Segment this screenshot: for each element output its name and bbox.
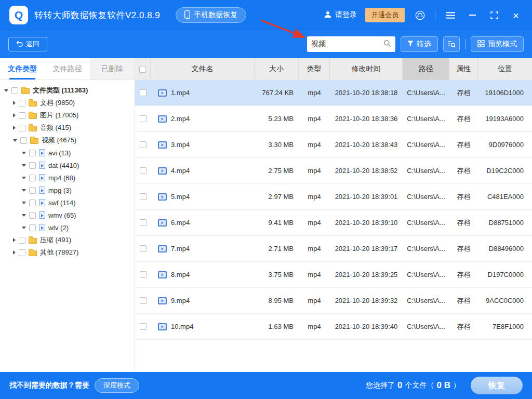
- close-button[interactable]: ×: [509, 8, 523, 22]
- row-checkbox[interactable]: [140, 167, 147, 174]
- tree-checkbox[interactable]: [19, 249, 25, 256]
- app-title: 转转大师数据恢复软件V2.0.8.9: [34, 9, 160, 21]
- row-checkbox[interactable]: [140, 271, 147, 278]
- tree-expand-arrow[interactable]: [22, 214, 26, 217]
- row-checkbox[interactable]: [140, 219, 147, 226]
- tree-checkbox[interactable]: [19, 100, 25, 107]
- column-header-size[interactable]: 大小: [255, 58, 299, 80]
- tree-checkbox[interactable]: [29, 212, 36, 219]
- back-button[interactable]: 返回: [8, 37, 47, 51]
- search-in-results-button[interactable]: [443, 36, 460, 52]
- tree-item-label: 文档 (9850): [40, 98, 75, 108]
- table-row[interactable]: 3.mp4 3.30 MB mp4 2021-10-20 18:38:43 C:…: [135, 132, 532, 158]
- tree-item[interactable]: 视频 (4675): [0, 134, 135, 147]
- file-type-icon: [39, 211, 45, 219]
- tab-file-path[interactable]: 文件路径: [45, 58, 89, 79]
- tree-item[interactable]: 压缩 (491): [0, 234, 135, 246]
- tree-item[interactable]: dat (4410): [0, 159, 135, 171]
- tree-checkbox[interactable]: [29, 175, 36, 181]
- tab-deleted[interactable]: 已删除: [90, 58, 135, 79]
- tree-expand-arrow[interactable]: [22, 177, 26, 179]
- tree-item[interactable]: 文档 (9850): [0, 97, 135, 109]
- column-header-type[interactable]: 类型: [299, 58, 330, 80]
- file-name: 8.mp4: [171, 271, 190, 278]
- table-row[interactable]: 1.mp4 767.24 KB mp4 2021-10-20 18:38:18 …: [135, 80, 532, 106]
- tree-checkbox[interactable]: [29, 150, 36, 156]
- tree-checkbox[interactable]: [29, 162, 36, 169]
- recover-button[interactable]: 恢复: [471, 377, 523, 394]
- tree-expand-arrow[interactable]: [22, 202, 26, 204]
- row-checkbox[interactable]: [140, 115, 147, 122]
- tree-expand-arrow[interactable]: [4, 89, 8, 92]
- minimize-button[interactable]: [466, 8, 479, 22]
- row-checkbox[interactable]: [140, 297, 147, 304]
- row-checkbox[interactable]: [140, 323, 147, 330]
- column-header-location[interactable]: 位置: [478, 58, 532, 80]
- table-row[interactable]: 8.mp4 3.75 MB mp4 2021-10-20 18:39:25 C:…: [135, 262, 532, 288]
- column-header-name[interactable]: 文件名: [151, 58, 255, 80]
- tree-item[interactable]: mpg (3): [0, 184, 135, 196]
- file-path: C:\Users\A...: [403, 106, 449, 131]
- tree-expand-arrow[interactable]: [13, 139, 17, 142]
- vip-button[interactable]: 开通会员: [365, 8, 405, 22]
- tree-item[interactable]: 文件类型 (111363): [0, 84, 135, 97]
- tab-file-type[interactable]: 文件类型: [0, 58, 45, 79]
- tree-expand-arrow[interactable]: [13, 126, 16, 130]
- sidebar-tabs: 文件类型 文件路径 已删除: [0, 58, 135, 80]
- tree-expand-arrow[interactable]: [22, 227, 26, 229]
- column-header-path[interactable]: 路径: [403, 58, 449, 80]
- tree-item[interactable]: wmv (65): [0, 209, 135, 221]
- table-row[interactable]: 10.mp4 1.63 MB mp4 2021-10-20 18:39:40 C…: [135, 314, 532, 340]
- row-checkbox[interactable]: [140, 141, 147, 148]
- tree-expand-arrow[interactable]: [13, 250, 16, 255]
- tree-item[interactable]: mp4 (68): [0, 171, 135, 184]
- tree-checkbox[interactable]: [29, 200, 36, 206]
- search-icon[interactable]: [383, 39, 391, 49]
- app-logo: Q: [9, 6, 28, 24]
- tree-checkbox[interactable]: [29, 224, 36, 231]
- table-row[interactable]: 4.mp4 2.75 MB mp4 2021-10-20 18:38:52 C:…: [135, 158, 532, 184]
- column-header-modified[interactable]: 修改时间: [330, 58, 403, 80]
- tree-checkbox[interactable]: [29, 187, 36, 194]
- tree-checkbox[interactable]: [20, 137, 27, 144]
- tree-expand-arrow[interactable]: [13, 238, 16, 242]
- phone-recovery-button[interactable]: 手机数据恢复: [176, 7, 246, 23]
- tree-checkbox[interactable]: [11, 87, 18, 94]
- tree-item[interactable]: 其他 (78927): [0, 246, 135, 259]
- tree-item[interactable]: avi (13): [0, 147, 135, 159]
- tree-checkbox[interactable]: [19, 112, 25, 119]
- file-size: 3.75 MB: [255, 262, 299, 287]
- table-row[interactable]: 2.mp4 5.23 MB mp4 2021-10-20 18:38:36 C:…: [135, 106, 532, 132]
- row-checkbox[interactable]: [140, 193, 147, 200]
- select-all-checkbox[interactable]: [139, 66, 146, 73]
- folder-icon: [29, 250, 37, 256]
- tree-item[interactable]: swf (114): [0, 196, 135, 209]
- table-row[interactable]: 6.mp4 9.41 MB mp4 2021-10-20 18:39:10 C:…: [135, 210, 532, 236]
- menu-button[interactable]: [444, 8, 457, 22]
- table-row[interactable]: 5.mp4 2.97 MB mp4 2021-10-20 18:39:01 C:…: [135, 184, 532, 210]
- tree-item[interactable]: wtv (2): [0, 221, 135, 234]
- customer-service-button[interactable]: [413, 8, 427, 22]
- maximize-button[interactable]: [487, 8, 501, 22]
- tree-item[interactable]: 音频 (415): [0, 122, 135, 134]
- tree-checkbox[interactable]: [19, 125, 25, 131]
- tree-expand-arrow[interactable]: [22, 164, 26, 167]
- tree-checkbox[interactable]: [19, 237, 25, 244]
- preview-mode-button[interactable]: 预览模式: [471, 36, 524, 52]
- search-box[interactable]: [307, 36, 395, 52]
- deep-mode-button[interactable]: 深度模式: [95, 378, 139, 393]
- tree-item[interactable]: 图片 (17005): [0, 109, 135, 122]
- tree-expand-arrow[interactable]: [22, 152, 26, 154]
- row-checkbox[interactable]: [140, 245, 147, 252]
- column-header-attr[interactable]: 属性: [449, 58, 478, 80]
- filter-button[interactable]: 筛选: [401, 36, 438, 52]
- tree-expand-arrow[interactable]: [13, 113, 16, 117]
- search-input[interactable]: [311, 40, 383, 48]
- tree-expand-arrow[interactable]: [13, 101, 16, 105]
- login-button[interactable]: 请登录: [324, 10, 357, 20]
- table-row[interactable]: 9.mp4 8.95 MB mp4 2021-10-20 18:39:32 C:…: [135, 288, 532, 314]
- table-row[interactable]: 7.mp4 2.71 MB mp4 2021-10-20 18:39:17 C:…: [135, 236, 532, 262]
- file-path: C:\Users\A...: [403, 158, 449, 183]
- row-checkbox[interactable]: [140, 89, 147, 96]
- tree-expand-arrow[interactable]: [22, 189, 26, 192]
